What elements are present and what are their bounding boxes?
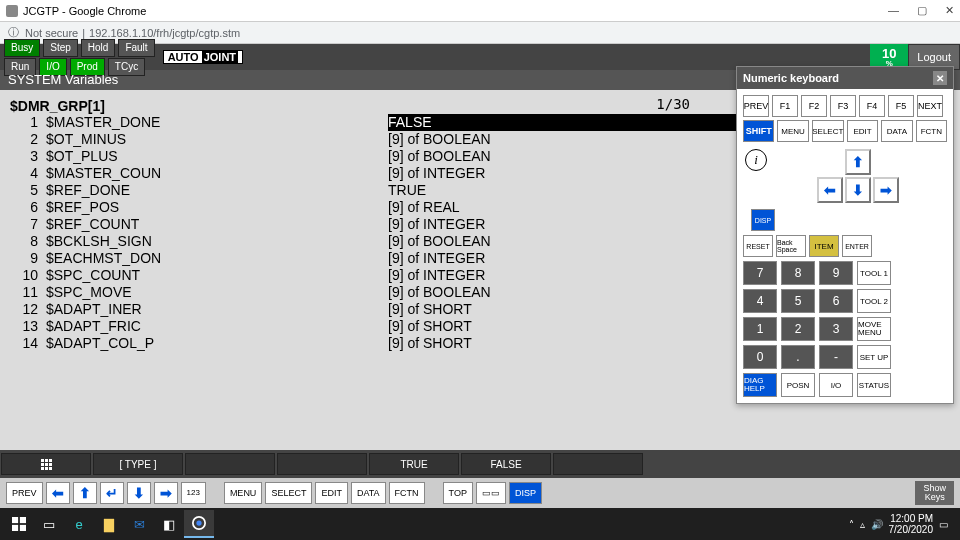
status-key[interactable]: STATUS xyxy=(857,373,891,397)
tray-volume-icon[interactable]: 🔊 xyxy=(871,519,883,530)
app-icon[interactable]: ◧ xyxy=(154,510,184,538)
f5-key[interactable]: F5 xyxy=(888,95,914,117)
var-name: $OT_PLUS xyxy=(38,148,388,165)
tray-network-icon[interactable]: ▵ xyxy=(860,519,865,530)
var-name: $MASTER_DONE xyxy=(38,114,388,131)
fctn-key[interactable]: FCTN xyxy=(916,120,947,142)
minimize-button[interactable]: — xyxy=(888,4,899,17)
notifications-icon[interactable]: ▭ xyxy=(939,519,948,530)
nav-enter-icon[interactable]: ↵ xyxy=(100,482,124,504)
posn-key[interactable]: POSN xyxy=(781,373,815,397)
disp-key[interactable]: DISP xyxy=(751,209,775,231)
num-4-key[interactable]: 4 xyxy=(743,289,777,313)
status-fault[interactable]: Fault xyxy=(118,39,154,57)
softkey-false[interactable]: FALSE xyxy=(461,453,551,475)
reset-key[interactable]: RESET xyxy=(743,235,773,257)
move-menu-key[interactable]: MOVE MENU xyxy=(857,317,891,341)
mode-auto: AUTO xyxy=(168,51,199,63)
nav-data[interactable]: DATA xyxy=(351,482,386,504)
nav-right-icon[interactable]: ➡ xyxy=(154,482,178,504)
status-step[interactable]: Step xyxy=(43,39,78,57)
num-9-key[interactable]: 9 xyxy=(819,261,853,285)
file-explorer-icon[interactable]: ▇ xyxy=(94,510,124,538)
num-7-key[interactable]: 7 xyxy=(743,261,777,285)
softkey-blank1[interactable] xyxy=(185,453,275,475)
next-key[interactable]: NEXT xyxy=(917,95,943,117)
num-1-key[interactable]: 1 xyxy=(743,317,777,341)
arrow-right-icon[interactable]: ➡ xyxy=(873,177,899,203)
data-key[interactable]: DATA xyxy=(881,120,912,142)
num-6-key[interactable]: 6 xyxy=(819,289,853,313)
f3-key[interactable]: F3 xyxy=(830,95,856,117)
f1-key[interactable]: F1 xyxy=(772,95,798,117)
minus-key[interactable]: - xyxy=(819,345,853,369)
nav-fctn[interactable]: FCTN xyxy=(389,482,425,504)
nav-edit[interactable]: EDIT xyxy=(315,482,348,504)
arrow-down-icon[interactable]: ⬇ xyxy=(845,177,871,203)
nav-prev[interactable]: PREV xyxy=(6,482,43,504)
nav-123-key[interactable]: 123 xyxy=(181,482,206,504)
url-text[interactable]: 192.168.1.10/frh/jcgtp/cgtp.stm xyxy=(89,27,240,39)
softkey-grid-icon[interactable] xyxy=(1,453,91,475)
chrome-icon[interactable] xyxy=(184,510,214,538)
f2-key[interactable]: F2 xyxy=(801,95,827,117)
close-button[interactable]: ✕ xyxy=(945,4,954,17)
num-3-key[interactable]: 3 xyxy=(819,317,853,341)
tray-up-icon[interactable]: ˄ xyxy=(849,519,854,530)
taskbar-clock[interactable]: 12:00 PM 7/20/2020 xyxy=(889,513,934,535)
edge-icon[interactable]: e xyxy=(64,510,94,538)
info-icon[interactable]: i xyxy=(745,149,767,171)
menu-key[interactable]: MENU xyxy=(777,120,808,142)
mode-joint: JOINT xyxy=(202,51,238,63)
io-key[interactable]: I/O xyxy=(819,373,853,397)
var-name: $OT_MINUS xyxy=(38,131,388,148)
start-icon[interactable] xyxy=(4,510,34,538)
nav-screen-icon[interactable]: ▭▭ xyxy=(476,482,506,504)
diag-help-key[interactable]: DIAG HELP xyxy=(743,373,777,397)
var-name: $SPC_COUNT xyxy=(38,267,388,284)
prev-key[interactable]: PREV xyxy=(743,95,769,117)
var-index: 5 xyxy=(10,182,38,199)
nav-top[interactable]: TOP xyxy=(443,482,473,504)
numkb-close-icon[interactable]: ✕ xyxy=(933,71,947,85)
show-keys-button[interactable]: Show Keys xyxy=(915,481,954,505)
select-key[interactable]: SELECT xyxy=(812,120,844,142)
softkey-blank3[interactable] xyxy=(553,453,643,475)
num-0-key[interactable]: 0 xyxy=(743,345,777,369)
tool1-key[interactable]: TOOL 1 xyxy=(857,261,891,285)
f4-key[interactable]: F4 xyxy=(859,95,885,117)
backspace-key[interactable]: Back Space xyxy=(776,235,806,257)
status-hold[interactable]: Hold xyxy=(81,39,116,57)
setup-key[interactable]: SET UP xyxy=(857,345,891,369)
nav-up-icon[interactable]: ⬆ xyxy=(73,482,97,504)
softkey-blank2[interactable] xyxy=(277,453,367,475)
arrow-up-icon[interactable]: ⬆ xyxy=(845,149,871,175)
nav-select[interactable]: SELECT xyxy=(265,482,312,504)
nav-menu[interactable]: MENU xyxy=(224,482,263,504)
nav-left-icon[interactable]: ⬅ xyxy=(46,482,70,504)
tool2-key[interactable]: TOOL 2 xyxy=(857,289,891,313)
edit-key[interactable]: EDIT xyxy=(847,120,878,142)
shift-key[interactable]: SHIFT xyxy=(743,120,774,142)
outlook-icon[interactable]: ✉ xyxy=(124,510,154,538)
num-2-key[interactable]: 2 xyxy=(781,317,815,341)
dot-key[interactable]: . xyxy=(781,345,815,369)
maximize-button[interactable]: ▢ xyxy=(917,4,927,17)
num-8-key[interactable]: 8 xyxy=(781,261,815,285)
arrow-left-icon[interactable]: ⬅ xyxy=(817,177,843,203)
num-5-key[interactable]: 5 xyxy=(781,289,815,313)
nav-down-icon[interactable]: ⬇ xyxy=(127,482,151,504)
taskbar-time: 12:00 PM xyxy=(889,513,934,524)
var-name: $BCKLSH_SIGN xyxy=(38,233,388,250)
item-key[interactable]: ITEM xyxy=(809,235,839,257)
page-counter: 1/30 xyxy=(656,96,690,112)
task-view-icon[interactable]: ▭ xyxy=(34,510,64,538)
status-busy[interactable]: Busy xyxy=(4,39,40,57)
var-index: 14 xyxy=(10,335,38,352)
softkey-true[interactable]: TRUE xyxy=(369,453,459,475)
mode-tag: AUTO JOINT xyxy=(163,50,243,64)
enter-key[interactable]: ENTER xyxy=(842,235,872,257)
softkey-type[interactable]: [ TYPE ] xyxy=(93,453,183,475)
numkb-titlebar[interactable]: Numeric keyboard ✕ xyxy=(737,67,953,89)
nav-disp[interactable]: DISP xyxy=(509,482,542,504)
